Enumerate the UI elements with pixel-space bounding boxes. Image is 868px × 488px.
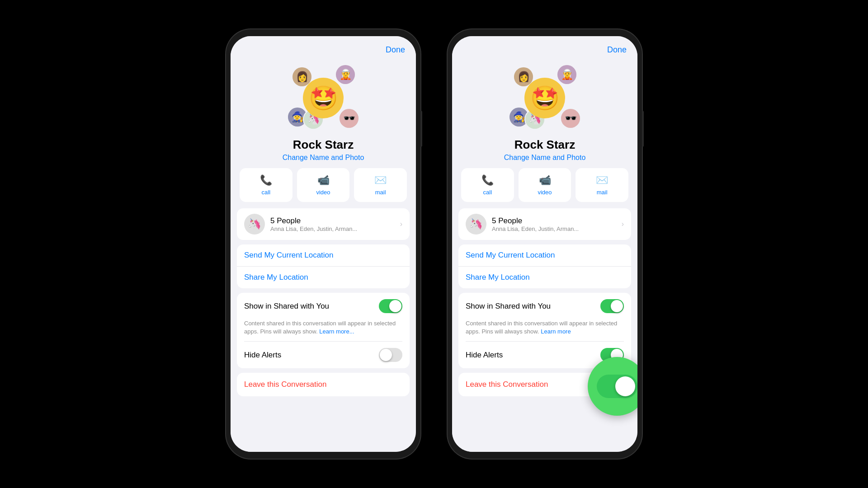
- leave-btn-1[interactable]: Leave this Conversation: [237, 373, 410, 396]
- chevron-icon-2: ›: [622, 220, 624, 228]
- send-location-1[interactable]: Send My Current Location: [237, 244, 410, 266]
- hide-alerts-label-1: Hide Alerts: [244, 351, 281, 360]
- show-shared-desc-2: Content shared in this conversation will…: [466, 319, 624, 341]
- location-card-1: Send My Current Location Share My Locati…: [237, 244, 410, 288]
- call-icon-2: 📞: [481, 174, 494, 186]
- video-icon-2: 📹: [539, 174, 551, 186]
- share-location-2[interactable]: Share My Location: [458, 266, 631, 288]
- mail-label-2: mail: [597, 189, 608, 196]
- avatar-group-2: 👩 🧝 🤩 🧙 🦄 🕶️: [500, 62, 590, 134]
- avatar-group-1: 👩 🧝 🤩 🧙 🦄 🕶️: [278, 62, 368, 134]
- chevron-icon-1: ›: [400, 220, 402, 228]
- learn-more-link-2[interactable]: Learn more: [541, 328, 571, 335]
- phone-2-screen: Done 👩 🧝 🤩 🧙 🦄: [452, 36, 637, 452]
- call-button-2[interactable]: 📞 call: [461, 168, 514, 202]
- avatar-main-1: 🤩: [303, 78, 344, 118]
- people-card-1: 🦄 5 People Anna Lisa, Eden, Justin, Arma…: [237, 208, 410, 240]
- zoom-toggle-knob: [615, 376, 635, 396]
- group-name-2: Rock Starz: [452, 138, 637, 152]
- location-card-2: Send My Current Location Share My Locati…: [458, 244, 631, 288]
- hide-alerts-row-1: Hide Alerts: [244, 342, 402, 368]
- show-shared-label-2: Show in Shared with You: [466, 302, 551, 311]
- action-buttons-2: 📞 call 📹 video ✉️ mail: [452, 168, 637, 208]
- share-location-1[interactable]: Share My Location: [237, 266, 410, 288]
- avatar-section-2: 👩 🧝 🤩 🧙 🦄 🕶️: [452, 59, 637, 136]
- leave-text-2: Leave this Conversation: [466, 380, 548, 389]
- show-shared-desc-1: Content shared in this conversation will…: [244, 319, 402, 341]
- mail-button-1[interactable]: ✉️ mail: [354, 168, 407, 202]
- group-name-1: Rock Starz: [231, 138, 416, 152]
- shared-with-you-card-1: Show in Shared with You Content shared i…: [237, 293, 410, 368]
- video-button-1[interactable]: 📹 video: [297, 168, 350, 202]
- people-row-2[interactable]: 🦄 5 People Anna Lisa, Eden, Justin, Arma…: [458, 208, 631, 240]
- mail-label-1: mail: [375, 189, 386, 196]
- people-avatar-1: 🦄: [244, 214, 265, 235]
- video-icon-1: 📹: [317, 174, 330, 186]
- avatar-tr-2: 🧝: [557, 64, 577, 85]
- show-shared-row-2: Show in Shared with You: [466, 293, 624, 319]
- call-icon-1: 📞: [260, 174, 272, 186]
- change-name-link-2[interactable]: Change Name and Photo: [452, 154, 637, 162]
- video-button-2[interactable]: 📹 video: [519, 168, 571, 202]
- people-names-1: Anna Lisa, Eden, Justin, Arman...: [270, 225, 395, 232]
- video-label-2: video: [538, 189, 552, 196]
- call-button-1[interactable]: 📞 call: [240, 168, 292, 202]
- mail-button-2[interactable]: ✉️ mail: [576, 168, 628, 202]
- people-avatar-2: 🦄: [466, 214, 486, 235]
- avatar-main-2: 🤩: [524, 78, 565, 118]
- phone-1: Done 👩 🧝 🤩 🧙 🦄: [226, 29, 420, 459]
- show-shared-knob-1: [389, 300, 401, 312]
- avatar-tr-1: 🧝: [335, 64, 356, 85]
- phone-2: Done 👩 🧝 🤩 🧙 🦄: [448, 29, 642, 459]
- people-card-2: 🦄 5 People Anna Lisa, Eden, Justin, Arma…: [458, 208, 631, 240]
- mail-icon-2: ✉️: [596, 174, 608, 186]
- done-button-1[interactable]: Done: [231, 36, 416, 59]
- people-names-2: Anna Lisa, Eden, Justin, Arman...: [492, 225, 616, 232]
- show-shared-label-1: Show in Shared with You: [244, 302, 329, 311]
- people-row-1[interactable]: 🦄 5 People Anna Lisa, Eden, Justin, Arma…: [237, 208, 410, 240]
- leave-text-1: Leave this Conversation: [244, 380, 326, 389]
- call-label-2: call: [483, 189, 492, 196]
- show-shared-toggle-2[interactable]: [600, 299, 624, 313]
- screen-content-1: Done 👩 🧝 🤩 🧙 🦄: [231, 36, 416, 452]
- learn-more-link-1[interactable]: Learn more...: [319, 328, 354, 335]
- people-count-2: 5 People: [492, 216, 616, 225]
- hide-alerts-label-2: Hide Alerts: [466, 351, 503, 360]
- call-label-1: call: [262, 189, 271, 196]
- mail-icon-1: ✉️: [374, 174, 387, 186]
- hide-alerts-toggle-1[interactable]: [379, 348, 402, 362]
- zoom-toggle-widget: [597, 375, 637, 398]
- shared-with-you-card-2: Show in Shared with You Content shared i…: [458, 293, 631, 368]
- show-shared-knob-2: [611, 300, 623, 312]
- done-button-2[interactable]: Done: [452, 36, 637, 59]
- show-shared-toggle-1[interactable]: [379, 299, 402, 313]
- send-location-2[interactable]: Send My Current Location: [458, 244, 631, 266]
- avatar-br-1: 🕶️: [339, 108, 359, 129]
- action-buttons-1: 📞 call 📹 video ✉️ mail: [231, 168, 416, 208]
- change-name-link-1[interactable]: Change Name and Photo: [231, 154, 416, 162]
- people-info-1: 5 People Anna Lisa, Eden, Justin, Arman.…: [270, 216, 395, 232]
- people-count-1: 5 People: [270, 216, 395, 225]
- video-label-1: video: [316, 189, 330, 196]
- people-info-2: 5 People Anna Lisa, Eden, Justin, Arman.…: [492, 216, 616, 232]
- show-shared-row-1: Show in Shared with You: [244, 293, 402, 319]
- hide-alerts-knob-1: [380, 349, 392, 361]
- avatar-br-2: 🕶️: [560, 108, 581, 129]
- phone-1-screen: Done 👩 🧝 🤩 🧙 🦄: [231, 36, 416, 452]
- avatar-section-1: 👩 🧝 🤩 🧙 🦄 🕶️: [231, 59, 416, 136]
